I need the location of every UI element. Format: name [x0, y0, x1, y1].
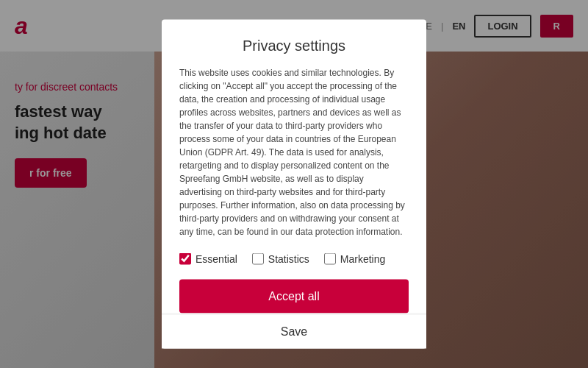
accept-all-button[interactable]: Accept all: [179, 280, 409, 314]
save-button[interactable]: Save: [162, 314, 426, 349]
checkbox-group: Essential Statistics Marketing: [179, 253, 409, 265]
modal-title: Privacy settings: [179, 38, 409, 54]
statistics-checkbox[interactable]: [252, 253, 264, 265]
modal-body-text: This website uses cookies and similar te…: [179, 66, 409, 238]
checkbox-essential: Essential: [179, 253, 237, 265]
marketing-label: Marketing: [340, 253, 385, 265]
modal-footer: Save: [162, 314, 426, 349]
checkbox-statistics: Statistics: [252, 253, 309, 265]
marketing-checkbox[interactable]: [324, 253, 336, 265]
privacy-modal: Privacy settings This website uses cooki…: [162, 20, 426, 349]
statistics-label: Statistics: [268, 253, 309, 265]
essential-label: Essential: [196, 253, 237, 265]
checkbox-marketing: Marketing: [324, 253, 385, 265]
essential-checkbox[interactable]: [179, 253, 191, 265]
